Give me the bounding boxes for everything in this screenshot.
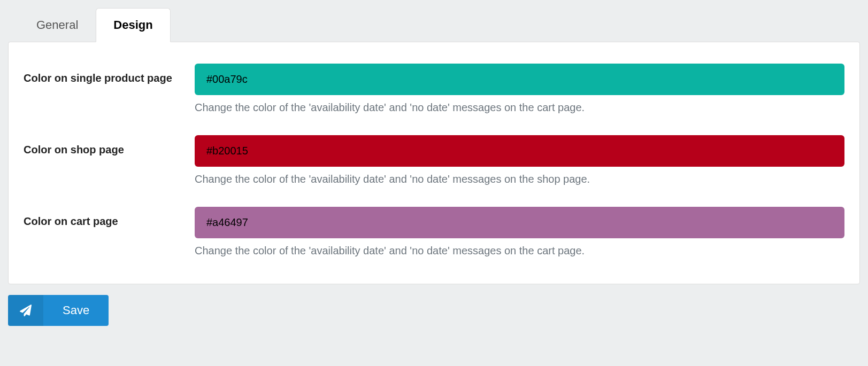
tab-design[interactable]: Design bbox=[96, 8, 170, 42]
control-cart: Change the color of the 'availability da… bbox=[195, 207, 844, 257]
settings-panel: Color on single product page Change the … bbox=[8, 42, 860, 284]
row-cart: Color on cart page Change the color of t… bbox=[24, 207, 844, 257]
label-shop: Color on shop page bbox=[24, 135, 195, 156]
control-shop: Change the color of the 'availability da… bbox=[195, 135, 844, 185]
label-single-product: Color on single product page bbox=[24, 64, 195, 84]
tab-general[interactable]: General bbox=[19, 8, 96, 42]
row-shop: Color on shop page Change the color of t… bbox=[24, 135, 844, 185]
paper-plane-icon bbox=[8, 295, 43, 326]
color-input-shop[interactable] bbox=[195, 135, 844, 167]
label-cart: Color on cart page bbox=[24, 207, 195, 228]
control-single-product: Change the color of the 'availability da… bbox=[195, 64, 844, 114]
tabs-nav: General Design bbox=[8, 8, 860, 42]
row-single-product: Color on single product page Change the … bbox=[24, 64, 844, 114]
save-button-label: Save bbox=[43, 295, 109, 326]
help-cart: Change the color of the 'availability da… bbox=[195, 245, 844, 257]
save-button[interactable]: Save bbox=[8, 295, 109, 326]
help-shop: Change the color of the 'availability da… bbox=[195, 173, 844, 185]
color-input-single-product[interactable] bbox=[195, 64, 844, 95]
color-input-cart[interactable] bbox=[195, 207, 844, 238]
help-single-product: Change the color of the 'availability da… bbox=[195, 102, 844, 114]
